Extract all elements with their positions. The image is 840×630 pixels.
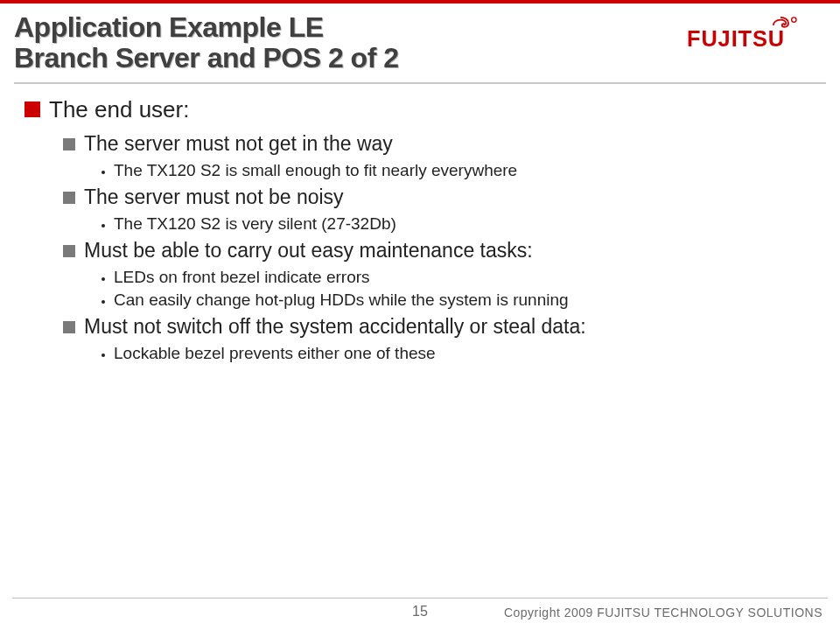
bullet-text: LEDs on front bezel indicate errors <box>114 268 370 287</box>
dot-bullet-icon <box>102 277 105 281</box>
bullet-text: The server must not be noisy <box>84 186 344 209</box>
slide: Application Example LE Branch Server and… <box>0 0 840 630</box>
square-bullet-icon <box>63 192 75 204</box>
slide-title: Application Example LE Branch Server and… <box>14 12 665 74</box>
bullet-level3: The TX120 S2 is small enough to fit near… <box>102 161 814 180</box>
bullet-level3: LEDs on front bezel indicate errors <box>102 268 814 287</box>
bullet-text: Can easily change hot-plug HDDs while th… <box>114 290 569 310</box>
dot-bullet-icon <box>102 354 105 357</box>
square-bullet-icon <box>63 321 75 333</box>
square-bullet-icon <box>63 245 75 257</box>
bullet-level1: The end user: <box>24 96 814 123</box>
fujitsu-logo: FUJITSU <box>687 16 814 51</box>
svg-point-0 <box>792 18 796 22</box>
bullet-text: The TX120 S2 is very silent (27-32Db) <box>114 214 396 234</box>
dot-bullet-icon <box>102 171 105 174</box>
square-bullet-icon <box>63 138 75 150</box>
bullet-text: Must be able to carry out easy maintenan… <box>84 239 533 262</box>
bullet-text: The server must not get in the way <box>84 132 393 156</box>
bullet-level2: Must not switch off the system accidenta… <box>63 315 814 339</box>
dot-bullet-icon <box>102 224 105 228</box>
dot-bullet-icon <box>102 300 105 304</box>
bullet-level2: The server must not be noisy <box>63 186 814 209</box>
bullet-text: The TX120 S2 is small enough to fit near… <box>114 161 517 180</box>
bullet-text: Must not switch off the system accidenta… <box>84 315 586 339</box>
copyright-text: Copyright 2009 FUJITSU TECHNOLOGY SOLUTI… <box>504 606 822 620</box>
bullet-level3: Can easily change hot-plug HDDs while th… <box>102 290 814 310</box>
page-number: 15 <box>412 604 428 620</box>
footer-divider <box>12 598 828 598</box>
title-line-1: Application Example LE <box>14 12 665 43</box>
bullet-level2: Must be able to carry out easy maintenan… <box>63 239 814 262</box>
bullet-level3: Lockable bezel prevents either one of th… <box>102 344 814 363</box>
bullet-text: Lockable bezel prevents either one of th… <box>114 344 436 363</box>
svg-text:FUJITSU: FUJITSU <box>687 26 785 51</box>
bullet-text: The end user: <box>49 96 189 123</box>
bullet-level3: The TX120 S2 is very silent (27-32Db) <box>102 214 814 234</box>
square-bullet-icon <box>24 102 40 117</box>
content-area: The end user: The server must not get in… <box>24 96 814 367</box>
title-divider <box>14 82 826 84</box>
top-red-bar <box>0 0 840 4</box>
title-line-2: Branch Server and POS 2 of 2 <box>14 43 665 74</box>
bullet-level2: The server must not get in the way <box>63 132 814 156</box>
